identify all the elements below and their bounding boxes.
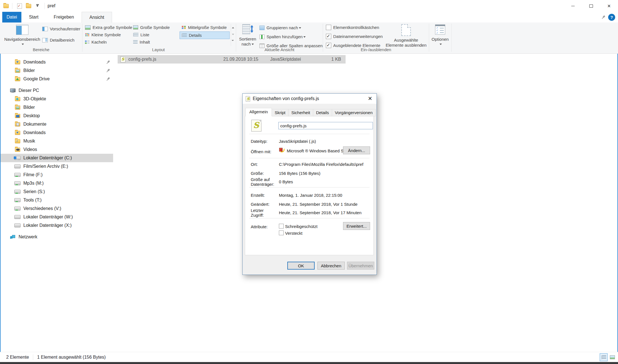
change-button[interactable]: Ändern... (343, 146, 370, 154)
options-button[interactable]: Optionen (430, 24, 450, 46)
dialog-tab-vorg-ngerversionen[interactable]: Vorgängerversionen (332, 109, 376, 116)
sort-by-button[interactable]: Sortieren nach (238, 24, 258, 47)
sidebar-item-desktop[interactable]: Desktop (1, 112, 113, 120)
drive-icon (14, 214, 21, 220)
sidebar-item-3d-objekte[interactable]: 3D-Objekte (1, 95, 113, 103)
sidebar-item-lokaler-datentr-ger-x[interactable]: Lokaler Datenträger (X:) (1, 221, 113, 230)
content-view-label: Inhalt (140, 40, 150, 44)
dialog-close-button[interactable]: ✕ (364, 94, 377, 103)
dialog-title-bar: Eigenschaften von config-prefs.js ✕ (243, 94, 377, 104)
minimize-button[interactable] (564, 0, 582, 12)
tab-ansicht[interactable]: Ansicht (82, 12, 112, 23)
pin-icon (105, 68, 110, 73)
readonly-checkbox[interactable] (279, 224, 284, 229)
scroll-down-icon[interactable] (232, 34, 234, 36)
dialog-tab-allgemein[interactable]: Allgemein (245, 108, 272, 116)
tab-start[interactable]: Start (21, 12, 46, 22)
content-view-button[interactable]: Inhalt (133, 40, 150, 44)
maximize-button[interactable] (582, 0, 600, 12)
preview-pane-button[interactable]: Vorschaufenster (42, 26, 80, 31)
properties-icon (17, 3, 22, 9)
sidebar-item-label: Lokaler Datenträger (X:) (23, 223, 72, 228)
items-count: 2 Elemente (6, 355, 29, 360)
extra-large-icons-icon (85, 25, 91, 30)
sidebar-item-film-serien-archiv-e[interactable]: Film/Serien Archiv (E:) (1, 162, 113, 171)
file-extensions-label: Dateinamenerweiterungen (333, 34, 383, 39)
tab-freigeben[interactable]: Freigeben (46, 12, 82, 22)
ok-button[interactable]: OK (287, 262, 315, 270)
details-pane-button[interactable]: Detailbereich (42, 38, 75, 42)
location-label: Ort: (251, 162, 278, 167)
thumbnails-view-toggle[interactable] (608, 353, 616, 361)
sidebar-item-mp3s-m[interactable]: Mp3s (M:) (1, 179, 113, 187)
sidebar-item-dieser-pc[interactable]: Dieser PC (1, 86, 113, 95)
filename-input[interactable] (278, 122, 373, 129)
list-view-button[interactable]: Liste (133, 32, 149, 37)
medium-icons-button[interactable]: Mittelgroße Symbole (182, 25, 227, 30)
qat-new-folder-button[interactable] (25, 2, 32, 10)
qat-properties-button[interactable] (16, 2, 23, 10)
details-view-button[interactable]: Details (180, 31, 230, 39)
group-by-button[interactable]: Gruppieren nach (259, 25, 301, 30)
file-date: 21.09.2018 10:15 (211, 57, 258, 62)
advanced-button[interactable]: Erweitert... (343, 222, 370, 230)
sidebar-item-bilder[interactable]: Bilder (1, 66, 113, 75)
file-row[interactable]: config-prefs.js 21.09.2018 10:15 JavaSkr… (118, 55, 346, 64)
sidebar-item-google-drive[interactable]: Google Drive (1, 75, 113, 83)
file-size: 1 KB (315, 57, 341, 62)
hide-selected-items-button[interactable]: Ausgewählte Elemente ausblenden (385, 24, 427, 48)
folder-pictures-icon (14, 105, 21, 110)
dialog-tab-sicherheit[interactable]: Sicherheit (288, 109, 313, 116)
sidebar-item-videos[interactable]: Videos (1, 145, 113, 154)
sidebar-item-filme-f[interactable]: Filme (F:) (1, 171, 113, 179)
file-extensions-checkbox[interactable]: Dateinamenerweiterungen (326, 34, 383, 39)
sidebar-item-musik[interactable]: Musik (1, 137, 113, 145)
sidebar-item-label: Lokaler Datenträger (C:) (23, 155, 72, 160)
js-file-icon (246, 96, 250, 101)
help-button[interactable]: ? (608, 14, 615, 21)
tiles-button[interactable]: Kacheln (85, 40, 107, 44)
sidebar-item-label: 3D-Objekte (23, 96, 46, 101)
sidebar-item-tools-t[interactable]: Tools (T:) (1, 196, 113, 204)
sidebar-item-dokumente[interactable]: Dokumente (1, 120, 113, 128)
sidebar-item-label: Downloads (23, 60, 46, 65)
sidebar-item-bilder[interactable]: Bilder (1, 103, 113, 112)
details-view-toggle[interactable] (600, 353, 608, 361)
minimize-icon (571, 6, 575, 6)
sidebar-item-verschiedenes-v[interactable]: Verschiedenes (V:) (1, 204, 113, 213)
large-icons-button[interactable]: Große Symbole (133, 25, 170, 30)
dialog-tab-skript[interactable]: Skript (272, 109, 288, 116)
sidebar-item-lokaler-datentr-ger-w[interactable]: Lokaler Datenträger (W:) (1, 213, 113, 221)
sidebar-item-downloads[interactable]: Downloads (1, 58, 113, 66)
navigation-pane-button[interactable]: Navigationsbereich (2, 24, 42, 46)
size-value: 156 Bytes (156 Bytes) (279, 171, 321, 176)
sidebar-item-downloads[interactable]: Downloads (1, 128, 113, 137)
small-icons-button[interactable]: Kleine Symbole (85, 32, 121, 37)
sidebar-item-serien-s[interactable]: Serien (S:) (1, 187, 113, 196)
add-columns-button[interactable]: Spalten hinzufügen (259, 34, 306, 39)
sidebar-item-netzwerk[interactable]: Netzwerk (1, 233, 113, 241)
created-value: Montag, 1. Januar 2018, 22:15:00 (279, 193, 342, 198)
qat-customize-button[interactable] (34, 2, 41, 10)
list-view-icon (133, 33, 138, 37)
chevron-down-icon (299, 27, 301, 30)
details-view-label: Details (189, 33, 202, 38)
layout-scroll-divider (231, 24, 231, 46)
drive-green-icon (14, 189, 21, 195)
hidden-checkbox[interactable] (279, 230, 284, 235)
type-value: JavaSkriptdatei (.js) (279, 139, 316, 144)
layout-more-button[interactable] (232, 40, 234, 42)
tab-datei[interactable]: Datei (2, 12, 21, 22)
sidebar-item-lokaler-datentr-ger-c[interactable]: Lokaler Datenträger (C:) (1, 154, 113, 162)
cancel-button[interactable]: Abbrechen (317, 262, 345, 270)
dialog-tab-details[interactable]: Details (313, 109, 332, 116)
sidebar-item-label: Google Drive (23, 76, 50, 82)
details-view-icon (182, 33, 187, 37)
explorer-app-icon (3, 4, 9, 8)
item-checkboxes-checkbox[interactable]: Elementkontrollkästchen (326, 25, 379, 30)
scroll-up-icon[interactable] (232, 26, 234, 28)
close-button[interactable]: × (600, 0, 618, 12)
folder-music-icon (14, 138, 21, 144)
extra-large-icons-button[interactable]: Extra große Symbole (85, 25, 132, 30)
size-on-disk-value: 0 Bytes (279, 179, 293, 184)
